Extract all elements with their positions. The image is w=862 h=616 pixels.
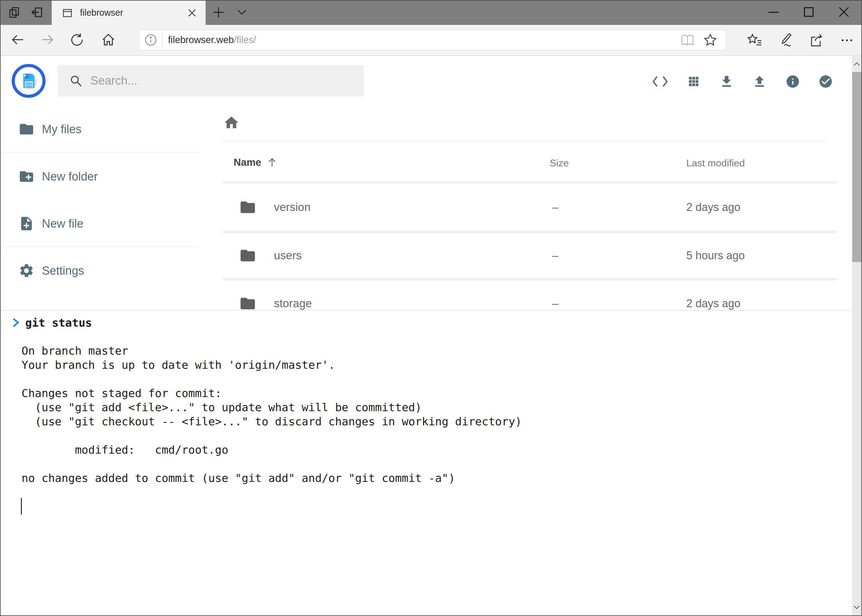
reading-view-icon [680, 34, 695, 47]
titlebar: filebrowser [1, 1, 861, 25]
terminal-cursor [21, 498, 22, 514]
check-circle-icon [818, 74, 833, 89]
download-icon [719, 74, 734, 89]
sidebar-item-my-files[interactable]: My files [1, 114, 199, 145]
address-bar[interactable]: filebrowser.web/files/ [139, 30, 726, 50]
sidebar-item-settings[interactable]: Settings [1, 255, 199, 286]
set-tabs-aside-button[interactable] [26, 1, 48, 25]
info-icon [785, 74, 800, 89]
tab-preview-button[interactable] [232, 1, 252, 25]
sidebar-item-new-file[interactable]: New file [1, 208, 199, 239]
terminal-output: On branch master Your branch is up to da… [22, 344, 522, 485]
sidebar-item-label: New file [42, 217, 84, 230]
file-modified: 5 hours ago [686, 249, 745, 262]
close-window-button[interactable] [826, 1, 861, 25]
set-tabs-aside-icon [30, 6, 44, 20]
close-tab-button[interactable] [185, 6, 199, 20]
tabs-set-aside-pane-button[interactable] [3, 1, 25, 25]
folder-icon [239, 199, 256, 216]
favorites-hub-button[interactable] [745, 25, 764, 55]
minimize-button[interactable] [756, 1, 791, 25]
maximize-icon [804, 7, 814, 19]
folder-icon [19, 121, 35, 137]
file-name: version [274, 201, 310, 214]
breadcrumb-divider [221, 141, 827, 141]
breadcrumb-home-button[interactable] [223, 115, 240, 131]
back-icon [11, 33, 25, 48]
grid-view-button[interactable] [681, 69, 706, 94]
home-icon [223, 115, 240, 131]
tab-title: filebrowser [80, 8, 123, 18]
favorites-hub-icon [747, 33, 762, 47]
file-size: – [552, 249, 559, 262]
scroll-down-button[interactable] [852, 599, 861, 615]
filebrowser-logo[interactable] [12, 64, 46, 98]
file-modified: 2 days ago [686, 297, 741, 310]
select-multiple-button[interactable] [813, 69, 838, 94]
terminal-panel[interactable]: git status On branch master Your branch … [1, 310, 861, 615]
settings-gear-icon [19, 262, 35, 279]
chevron-down-icon [853, 605, 860, 610]
file-size: – [552, 297, 559, 310]
browser-tab[interactable]: filebrowser [52, 1, 206, 25]
upload-button[interactable] [747, 69, 772, 94]
page-info-icon[interactable] [144, 33, 157, 46]
address-path: /files/ [234, 35, 256, 46]
browser-toolbar: filebrowser.web/files/ [1, 25, 861, 56]
file-name: users [274, 249, 302, 262]
info-button[interactable] [780, 69, 805, 94]
download-button[interactable] [714, 69, 739, 94]
filebrowser-app: Search... [1, 56, 861, 615]
close-icon [838, 6, 849, 19]
scrollbar-thumb[interactable] [852, 72, 861, 262]
browser-window: filebrowser [0, 0, 862, 616]
file-row-users[interactable]: users – 5 hours ago [223, 233, 837, 278]
address-host: filebrowser.web [168, 35, 234, 46]
share-button[interactable] [807, 25, 827, 55]
reading-view-button[interactable] [679, 33, 696, 48]
search-input[interactable]: Search... [58, 65, 364, 97]
floppy-disk-icon [19, 71, 38, 90]
column-header-size[interactable]: Size [550, 157, 569, 169]
console-button[interactable] [648, 69, 673, 94]
column-name-label: Name [233, 157, 261, 168]
sidebar-item-label: My files [42, 123, 82, 136]
column-header-name[interactable]: Name [233, 157, 278, 168]
sidebar-divider [1, 246, 199, 247]
upload-icon [752, 74, 767, 89]
file-modified: 2 days ago [686, 201, 741, 214]
folder-icon [239, 247, 256, 264]
page-icon [61, 7, 73, 19]
sidebar-item-label: New folder [42, 170, 98, 183]
file-size: – [552, 201, 559, 214]
star-icon [703, 33, 717, 47]
file-list: version – 2 days ago users – 5 hours ago… [223, 181, 837, 327]
refresh-button[interactable] [68, 25, 86, 55]
sidebar-item-new-folder[interactable]: New folder [1, 161, 199, 192]
file-row-version[interactable]: version – 2 days ago [223, 184, 837, 231]
scroll-up-button[interactable] [852, 56, 861, 72]
maximize-button[interactable] [791, 1, 826, 25]
add-favorite-button[interactable] [702, 33, 719, 48]
new-tab-icon [213, 6, 224, 19]
home-nav-button[interactable] [99, 25, 118, 55]
minimize-icon [768, 6, 779, 19]
console-icon [652, 75, 668, 88]
search-placeholder: Search... [90, 74, 137, 87]
pen-icon [778, 33, 793, 48]
address-separator [162, 33, 162, 47]
back-button[interactable] [9, 25, 27, 55]
new-tab-button[interactable] [209, 1, 229, 25]
sidebar-divider [1, 152, 199, 152]
more-menu-button[interactable] [837, 25, 857, 55]
forward-icon [40, 33, 55, 48]
forward-button[interactable] [38, 25, 57, 55]
chevron-up-icon [853, 62, 860, 66]
refresh-icon [69, 32, 84, 48]
tabs-pane-icon [7, 6, 21, 20]
share-icon [809, 33, 824, 48]
page-scrollbar[interactable] [852, 56, 861, 615]
column-header-modified[interactable]: Last modified [686, 157, 745, 169]
sort-ascending-icon [266, 157, 278, 168]
web-notes-button[interactable] [775, 25, 795, 55]
